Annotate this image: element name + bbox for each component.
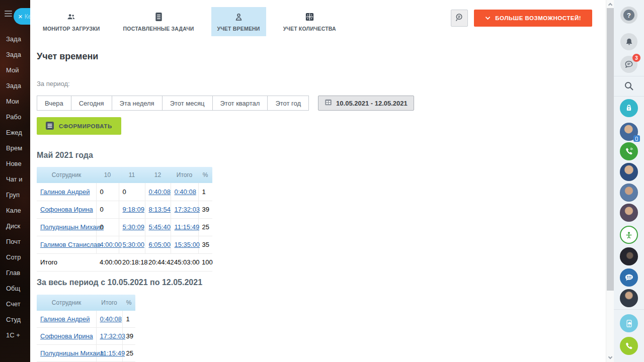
date-range-button[interactable]: 10.05.2021 - 12.05.2021 (318, 96, 414, 111)
avatar[interactable] (620, 184, 638, 202)
period-today-button[interactable]: Сегодня (71, 96, 112, 111)
tab-uchet-kolichestva[interactable]: УЧЕТ КОЛИЧЕСТВА (277, 7, 342, 36)
sidebar-item[interactable]: Диск (0, 218, 30, 234)
search-settings-button[interactable] (451, 10, 468, 27)
period-this-month-button[interactable]: Этот месяц (162, 96, 213, 111)
sidebar-item[interactable]: Кале (0, 203, 30, 218)
period-this-quarter-button[interactable]: Этот квартал (212, 96, 268, 111)
sidebar-item[interactable]: Студ (0, 312, 30, 327)
scroll-down-arrow[interactable] (608, 355, 612, 359)
sidebar-item[interactable]: Груп (0, 187, 30, 203)
sidebar-close-pill[interactable]: × Ке (14, 8, 30, 25)
sidebar-item[interactable]: Врем (0, 140, 30, 156)
avatar[interactable] (620, 123, 638, 141)
period-yesterday-button[interactable]: Вчера (37, 96, 71, 111)
sidebar-item[interactable]: Общ (0, 281, 30, 296)
vertical-scrollbar[interactable] (606, 0, 614, 362)
period-total-table: Сотрудник Итого % Галинов Андрей 0:40:08… (37, 295, 135, 362)
sidebar-item[interactable]: Мой (0, 62, 30, 78)
tab-postavlennye-zadachi[interactable]: ПОСТАВЛЕННЫЕ ЗАДАЧИ (117, 7, 200, 36)
sidebar-item[interactable]: Нове (0, 156, 30, 171)
percent-cell: 35 (202, 241, 209, 248)
sidebar-item[interactable]: Мои (0, 94, 30, 109)
sidebar-item[interactable]: Зада (0, 31, 30, 47)
total-label: Итого (40, 258, 57, 266)
employee-link[interactable]: Софонова Ирина (40, 332, 93, 340)
sidebar-item[interactable]: Ежед (0, 125, 30, 140)
time-link[interactable]: 8:13:54 (149, 206, 171, 213)
time-link[interactable]: 11:15:49 (175, 223, 200, 231)
employee-link[interactable]: Софонова Ирина (40, 206, 93, 213)
table-total-row: Итого 4:00:00 20:18:18 20:44:42 45:03:00… (37, 253, 212, 271)
avatar[interactable] (620, 163, 638, 181)
time-link[interactable]: 17:32:03 (175, 206, 200, 213)
chat-icon[interactable]: 3 (620, 56, 637, 73)
time-link[interactable]: 0:40:08 (149, 188, 171, 196)
lock-icon[interactable] (620, 99, 638, 117)
time-link[interactable]: 17:32:03 (100, 332, 126, 340)
period-controls: Вчера Сегодня Эта неделя Этот месяц Этот… (37, 96, 606, 111)
employee-link[interactable]: Галинов Андрей (40, 188, 90, 196)
call-icon[interactable] (620, 142, 638, 160)
person-status-icon[interactable] (620, 226, 638, 244)
more-features-button[interactable]: БОЛЬШЕ ВОЗМОЖНОСТЕЙ! (474, 10, 592, 27)
time-link[interactable]: 6:05:00 (149, 241, 171, 248)
sidebar-item[interactable]: Зада (0, 47, 30, 62)
avatar[interactable] (620, 247, 638, 265)
total-cell: 4:00:00 (100, 258, 121, 266)
report-list-icon (46, 122, 54, 131)
time-link[interactable]: 5:45:40 (149, 223, 171, 231)
sidebar-item[interactable]: Счет (0, 296, 30, 312)
col-total: Итого (96, 295, 122, 311)
employee-link[interactable]: Полудницын Михаил (40, 223, 104, 231)
time-cell: 0 (123, 188, 126, 196)
menu-hamburger-icon[interactable] (5, 11, 12, 17)
col-employee: Сотрудник (37, 295, 96, 311)
time-link[interactable]: 11:15:49 (100, 349, 125, 357)
sidebar-item[interactable]: Сотр (0, 249, 30, 265)
sidebar-item[interactable]: Почт (0, 234, 30, 249)
table-row: Софонова Ирина 17:32:03 39 (37, 328, 135, 345)
help-icon[interactable]: ? (620, 7, 637, 24)
time-link[interactable]: 5:30:00 (123, 241, 144, 248)
period-this-week-button[interactable]: Эта неделя (112, 96, 163, 111)
percent-cell: 25 (126, 349, 133, 357)
time-link[interactable]: 5:30:09 (123, 223, 144, 231)
time-link[interactable]: 15:35:00 (175, 241, 200, 248)
search-icon[interactable] (622, 79, 635, 93)
sidebar-item[interactable]: Чат и (0, 171, 30, 187)
phone-icon[interactable] (620, 337, 638, 355)
sidebar-item[interactable]: 1С + (0, 327, 30, 343)
time-cell: 0 (100, 223, 104, 231)
time-cell: 0 (100, 206, 104, 213)
col-total: Итого (171, 167, 198, 183)
sidebar-item[interactable]: Рабо (0, 109, 30, 125)
avatar[interactable] (620, 204, 638, 222)
tab-uchet-vremeni[interactable]: УЧЕТ ВРЕМЕНИ (211, 7, 266, 36)
time-link[interactable]: 9:18:09 (123, 206, 144, 213)
period-section-heading: За весь период с 10.05.2021 по 12.05.202… (37, 278, 606, 287)
employee-link[interactable]: Галимов Станислав (40, 241, 101, 248)
employee-link[interactable]: Галинов Андрей (40, 315, 90, 323)
bell-icon[interactable] (620, 33, 637, 50)
group-chat-icon[interactable] (620, 268, 638, 287)
generate-report-button[interactable]: СФОРМИРОВАТЬ (37, 117, 121, 135)
table-row: Галинов Андрей 0 0 0:40:08 0:40:08 1 (37, 183, 212, 201)
table-header-row: Сотрудник 10 11 12 Итого % (37, 167, 212, 183)
calendar-icon (325, 99, 332, 108)
tab-monitor-zagruzki[interactable]: МОНИТОР ЗАГРУЗКИ (37, 7, 106, 36)
time-link[interactable]: 0:40:08 (100, 315, 122, 323)
scrollbar-thumb[interactable] (607, 8, 614, 291)
sidebar-item[interactable]: Глав (0, 265, 30, 281)
total-cell: 20:18:18 (122, 258, 148, 266)
time-link[interactable]: 0:40:08 (175, 188, 196, 196)
avatar[interactable] (620, 289, 638, 307)
employee-link[interactable]: Полудницын Михаил (40, 349, 104, 357)
col-day-10: 10 (96, 167, 119, 183)
device-sync-icon[interactable] (620, 314, 638, 332)
sidebar-item[interactable]: Зада (0, 78, 30, 94)
scroll-up-arrow[interactable] (608, 3, 612, 7)
close-icon[interactable]: × (18, 12, 23, 21)
period-this-year-button[interactable]: Этот год (267, 96, 309, 111)
time-link[interactable]: 4:00:00 (100, 241, 122, 248)
